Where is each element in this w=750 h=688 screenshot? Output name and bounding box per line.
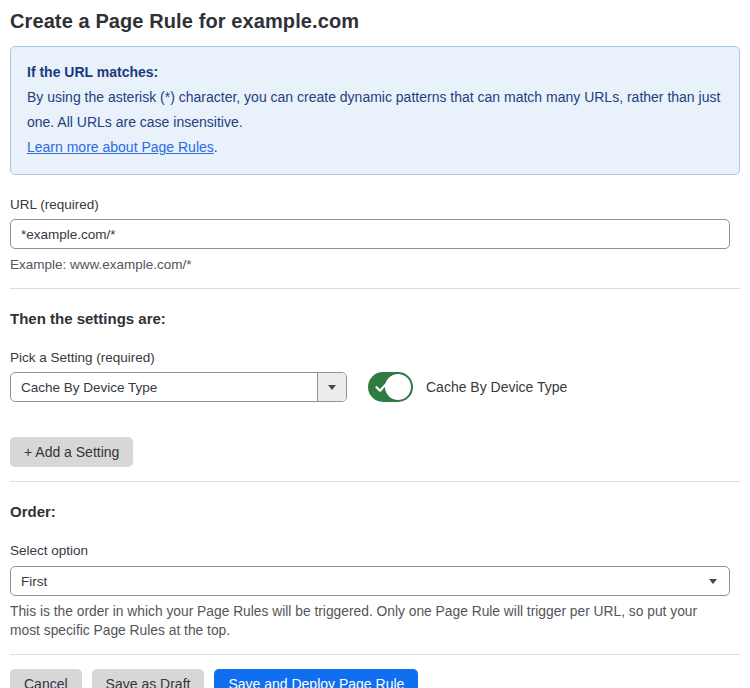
setting-row: Cache By Device Type Cache By Device Typ…: [10, 372, 740, 402]
url-input[interactable]: [10, 219, 730, 249]
toggle-knob: [385, 374, 411, 400]
cache-by-device-type-toggle[interactable]: [368, 372, 413, 402]
setting-select-value: Cache By Device Type: [11, 373, 317, 401]
info-box-body: By using the asterisk (*) character, you…: [27, 85, 723, 135]
chevron-down-icon: [709, 579, 717, 584]
settings-section-heading: Then the settings are:: [10, 309, 740, 328]
divider: [10, 288, 740, 289]
select-option-label: Select option: [10, 542, 740, 559]
footer-actions: Cancel Save as Draft Save and Deploy Pag…: [10, 669, 740, 688]
info-box-body-text: By using the asterisk (*) character, you…: [27, 89, 720, 130]
toggle-label: Cache By Device Type: [426, 379, 567, 395]
order-select[interactable]: First: [10, 566, 730, 596]
setting-select[interactable]: Cache By Device Type: [10, 372, 347, 402]
url-match-info-box: If the URL matches: By using the asteris…: [10, 46, 740, 175]
chevron-down-icon: [328, 385, 336, 390]
order-helper-text: This is the order in which your Page Rul…: [10, 602, 722, 640]
link-period: .: [214, 139, 218, 155]
create-page-rule-form: Create a Page Rule for example.com If th…: [0, 0, 750, 688]
order-section-heading: Order:: [10, 502, 740, 521]
order-select-value: First: [21, 574, 709, 589]
cancel-button[interactable]: Cancel: [10, 669, 82, 688]
pick-setting-label: Pick a Setting (required): [10, 349, 740, 366]
url-field-label: URL (required): [10, 196, 740, 213]
info-box-link-row: Learn more about Page Rules.: [27, 135, 723, 160]
url-example-helper: Example: www.example.com/*: [10, 256, 740, 274]
divider: [10, 654, 740, 655]
divider: [10, 481, 740, 482]
save-as-draft-button[interactable]: Save as Draft: [92, 669, 205, 688]
setting-select-arrow-button[interactable]: [317, 373, 346, 401]
info-box-heading: If the URL matches:: [27, 60, 723, 85]
add-setting-button[interactable]: + Add a Setting: [10, 437, 133, 467]
learn-more-link[interactable]: Learn more about Page Rules: [27, 139, 214, 155]
save-and-deploy-button[interactable]: Save and Deploy Page Rule: [214, 669, 418, 688]
page-title: Create a Page Rule for example.com: [10, 8, 740, 34]
